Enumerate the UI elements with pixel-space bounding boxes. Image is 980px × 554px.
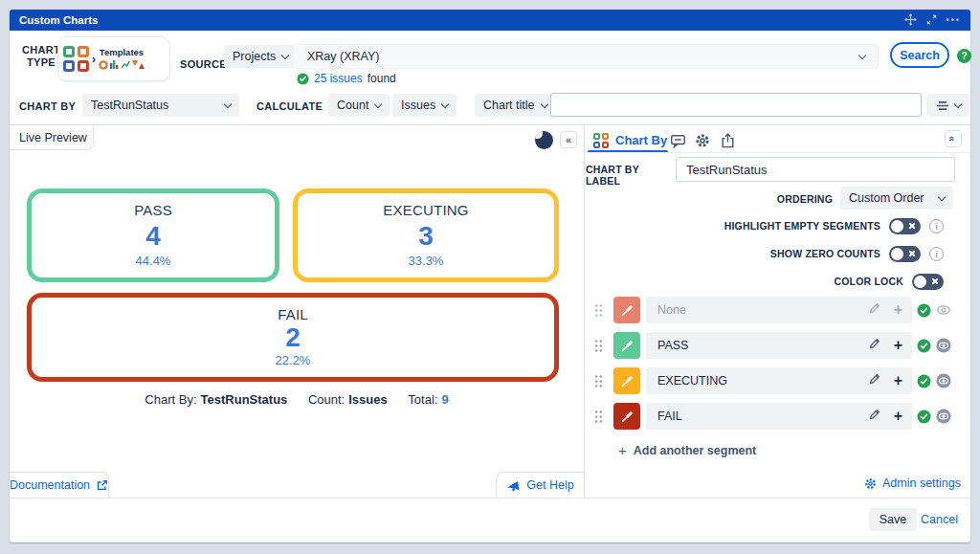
tile-fail[interactable]: FAIL 2 22.2% xyxy=(27,293,559,382)
segment-color-swatch[interactable] xyxy=(613,403,640,430)
source-project-value: XRay (XRAY) xyxy=(307,50,379,63)
templates-label: Templates xyxy=(100,47,144,57)
panel-divider xyxy=(584,125,585,498)
calculate-count-dropdown[interactable]: Count xyxy=(328,94,390,117)
search-button[interactable]: Search xyxy=(890,42,949,68)
calculate-issues-dropdown[interactable]: Issues xyxy=(392,94,457,117)
color-lock-toggle[interactable] xyxy=(912,274,944,290)
toggle-label: HIGHLIGHT EMPTY SEGMENTS xyxy=(724,220,880,232)
segment-body: PASS + xyxy=(646,332,912,359)
comment-bubble-icon[interactable] xyxy=(670,133,686,152)
chevron-down-icon xyxy=(858,51,866,58)
window-titlebar: Custom Charts ••• xyxy=(10,10,970,31)
tile-label: FAIL xyxy=(278,306,308,322)
segment-included-check-icon[interactable] xyxy=(917,339,931,357)
chevron-down-icon xyxy=(281,51,289,58)
drag-handle-icon[interactable] xyxy=(594,374,603,392)
edit-pencil-icon[interactable] xyxy=(868,372,881,389)
toggle-row-highlight-empty: HIGHLIGHT EMPTY SEGMENTS xyxy=(724,217,944,234)
gear-icon[interactable] xyxy=(695,133,710,152)
toggle-row-color-lock: COLOR LOCK xyxy=(834,273,944,290)
drag-handle-icon[interactable] xyxy=(594,339,603,357)
tile-pass[interactable]: PASS 4 44.4% xyxy=(27,188,279,282)
edit-pencil-icon[interactable] xyxy=(868,337,881,354)
eyedropper-icon xyxy=(620,374,635,388)
chart-title-dropdown[interactable]: Chart title xyxy=(475,94,556,117)
chart-type-picker[interactable]: › Templates xyxy=(57,36,170,81)
segment-included-check-icon[interactable] xyxy=(917,410,931,428)
save-button[interactable]: Save xyxy=(869,508,917,531)
chart-by-label-field-label: CHART BY LABEL xyxy=(586,164,672,187)
tile-executing[interactable]: EXECUTING 3 33.3% xyxy=(293,188,559,282)
more-icon[interactable]: ••• xyxy=(947,15,961,25)
tile-value: 2 xyxy=(285,324,301,351)
external-link-icon xyxy=(96,479,108,492)
segment-label: FAIL xyxy=(657,410,868,423)
drag-handle-icon[interactable] xyxy=(594,303,603,321)
share-icon[interactable] xyxy=(721,133,735,152)
documentation-link[interactable]: Documentation xyxy=(10,472,109,498)
add-segment-button[interactable]: + Add another segment xyxy=(618,442,756,458)
success-check-icon xyxy=(297,73,309,85)
add-rule-icon[interactable]: + xyxy=(894,373,902,388)
segment-visibility-eye-icon[interactable] xyxy=(936,338,951,357)
ordering-label: ORDERING xyxy=(679,193,833,205)
segment-included-check-icon[interactable] xyxy=(917,303,931,321)
chart-title-input[interactable] xyxy=(550,93,922,117)
chart-by-label-input[interactable] xyxy=(676,157,955,182)
ordering-dropdown[interactable]: Custom Order xyxy=(840,187,953,210)
collapse-up-button[interactable]: « xyxy=(945,130,962,147)
segment-color-swatch[interactable] xyxy=(613,297,640,323)
cancel-button[interactable]: Cancel xyxy=(921,508,958,531)
eyedropper-icon xyxy=(620,410,635,424)
admin-settings-link[interactable]: Admin settings xyxy=(864,476,961,490)
chart-style-pie-icon[interactable] xyxy=(535,131,553,149)
add-rule-icon[interactable]: + xyxy=(894,302,902,318)
edit-pencil-icon[interactable] xyxy=(868,408,881,425)
segment-included-check-icon[interactable] xyxy=(917,374,931,392)
source-project-field[interactable]: XRay (XRAY) xyxy=(293,44,879,69)
drag-handle-icon[interactable] xyxy=(594,410,603,428)
screen: Custom Charts ••• CHART TYPE › Templates xyxy=(0,0,980,554)
segment-color-swatch[interactable] xyxy=(613,332,640,359)
plus-icon: + xyxy=(618,442,627,458)
segment-color-swatch[interactable] xyxy=(613,367,640,394)
issues-found-suffix: found xyxy=(368,72,396,85)
tab-chart-by[interactable]: Chart By xyxy=(615,133,667,147)
segment-visibility-eye-icon[interactable] xyxy=(936,409,951,428)
move-icon[interactable] xyxy=(904,13,917,28)
title-align-button[interactable] xyxy=(927,94,969,117)
toggle-label: SHOW ZERO COUNTS xyxy=(770,248,880,259)
info-icon[interactable] xyxy=(929,219,944,233)
segment-row-none: None + xyxy=(593,297,957,323)
tile-value: 4 xyxy=(145,223,161,250)
chart-by-dropdown[interactable]: TestRunStatus xyxy=(82,94,239,117)
templates-button[interactable]: Templates xyxy=(99,47,145,71)
issues-count-link[interactable]: 25 issues xyxy=(314,72,363,85)
highlight-empty-segments-toggle[interactable] xyxy=(889,218,921,234)
chart-grid-icon xyxy=(593,133,609,148)
info-icon[interactable] xyxy=(929,247,944,261)
megaphone-icon xyxy=(506,479,521,492)
collapse-left-button[interactable]: « xyxy=(560,131,577,148)
help-icon[interactable] xyxy=(957,49,971,63)
align-lines-icon xyxy=(936,100,949,111)
chevron-down-icon xyxy=(224,100,232,107)
add-rule-icon[interactable]: + xyxy=(894,338,902,353)
get-help-link[interactable]: Get Help xyxy=(496,472,584,498)
source-type-dropdown[interactable]: Projects xyxy=(224,45,297,68)
tabbar-border xyxy=(585,152,970,153)
eyedropper-icon xyxy=(620,339,635,353)
toolbar-divider xyxy=(10,124,970,125)
chevrons-left-icon: « xyxy=(566,135,571,145)
fullscreen-icon[interactable] xyxy=(926,14,937,27)
edit-pencil-icon[interactable] xyxy=(868,301,881,319)
segment-row-executing: EXECUTING + xyxy=(593,367,957,394)
chevron-down-icon xyxy=(540,100,547,107)
chevron-down-icon xyxy=(938,192,946,200)
segment-visibility-eye-icon[interactable] xyxy=(936,373,951,392)
issues-found-status: 25 issues found xyxy=(297,72,396,85)
show-zero-counts-toggle[interactable] xyxy=(889,246,921,262)
segment-visibility-eye-icon[interactable] xyxy=(936,302,951,321)
add-rule-icon[interactable]: + xyxy=(894,409,902,424)
